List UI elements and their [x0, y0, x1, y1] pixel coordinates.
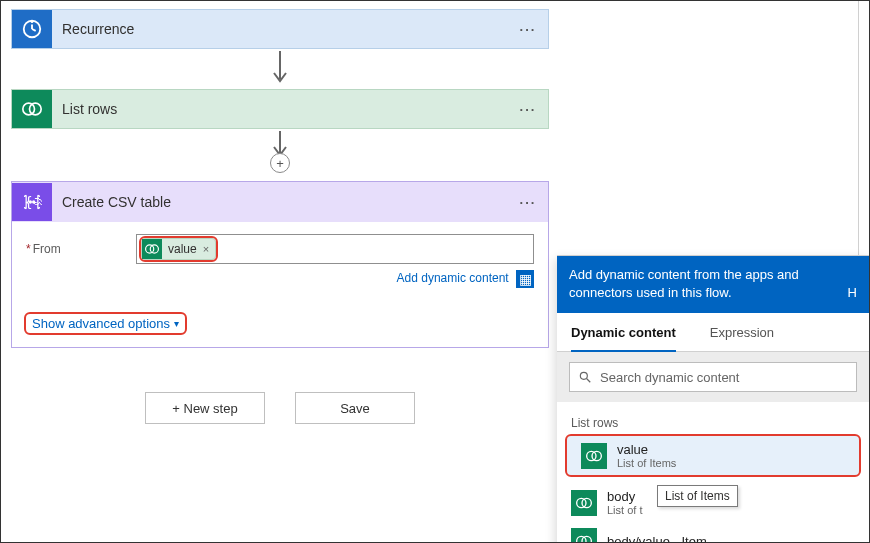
show-advanced-options[interactable]: Show advanced options ▾ — [26, 314, 185, 333]
step-create-csv-table: {ಎ} Create CSV table ··· *From value × — [11, 181, 549, 348]
token-remove[interactable]: × — [203, 243, 209, 255]
dynamic-content-banner: Add dynamic content from the apps and co… — [557, 256, 869, 313]
connector-arrow — [11, 49, 549, 89]
dyn-item-body-value-item[interactable]: body/value - Item — [557, 522, 869, 543]
step-list-rows-menu[interactable]: ··· — [508, 102, 548, 117]
chevron-down-icon: ▾ — [174, 318, 179, 329]
dataverse-icon — [142, 239, 162, 259]
connector-arrow-plus: + — [11, 129, 549, 163]
step-recurrence-title: Recurrence — [52, 21, 508, 37]
step-recurrence-menu[interactable]: ··· — [508, 22, 548, 37]
svg-line-3 — [32, 29, 36, 31]
svg-point-11 — [146, 245, 154, 253]
data-operations-icon: {ಎ} — [12, 183, 52, 221]
step-list-rows[interactable]: List rows ··· — [11, 89, 549, 129]
tooltip-list-of-items: List of Items — [657, 485, 738, 507]
add-dynamic-content-button[interactable]: ▦ — [516, 270, 534, 288]
tab-dynamic-content[interactable]: Dynamic content — [571, 313, 676, 352]
svg-point-13 — [580, 372, 587, 379]
from-input[interactable]: value × — [136, 234, 534, 264]
dataverse-icon — [571, 490, 597, 516]
new-step-button[interactable]: + New step — [145, 392, 265, 424]
recurrence-icon — [12, 10, 52, 48]
csv-title: Create CSV table — [52, 194, 508, 210]
search-icon — [578, 370, 592, 384]
step-list-rows-title: List rows — [52, 101, 508, 117]
dyn-item-value[interactable]: value List of Items — [567, 436, 859, 475]
dyn-item-body[interactable]: body List of t List of Items — [557, 483, 869, 522]
dataverse-icon — [571, 528, 597, 543]
svg-line-14 — [587, 379, 591, 383]
svg-point-12 — [150, 245, 158, 253]
csv-menu[interactable]: ··· — [508, 195, 548, 210]
dataverse-icon — [581, 443, 607, 469]
from-label: *From — [26, 234, 136, 256]
from-token-value[interactable]: value × — [141, 238, 216, 260]
svg-point-1 — [31, 20, 34, 23]
search-placeholder: Search dynamic content — [600, 370, 739, 385]
insert-step-button[interactable]: + — [270, 153, 290, 173]
token-label: value — [168, 242, 197, 256]
dataverse-icon — [12, 90, 52, 128]
dynamic-content-search[interactable]: Search dynamic content — [569, 362, 857, 392]
add-dynamic-content-link[interactable]: Add dynamic content — [397, 271, 509, 285]
save-button[interactable]: Save — [295, 392, 415, 424]
hide-link[interactable]: H — [848, 284, 857, 302]
dyn-section-list-rows: List rows — [557, 402, 869, 436]
svg-point-10 — [32, 200, 35, 203]
csv-header[interactable]: {ಎ} Create CSV table ··· — [12, 182, 548, 222]
tab-expression[interactable]: Expression — [710, 313, 774, 351]
step-recurrence[interactable]: Recurrence ··· — [11, 9, 549, 49]
dynamic-content-panel: Add dynamic content from the apps and co… — [557, 255, 869, 543]
svg-point-9 — [29, 200, 32, 203]
svg-point-20 — [582, 536, 591, 543]
